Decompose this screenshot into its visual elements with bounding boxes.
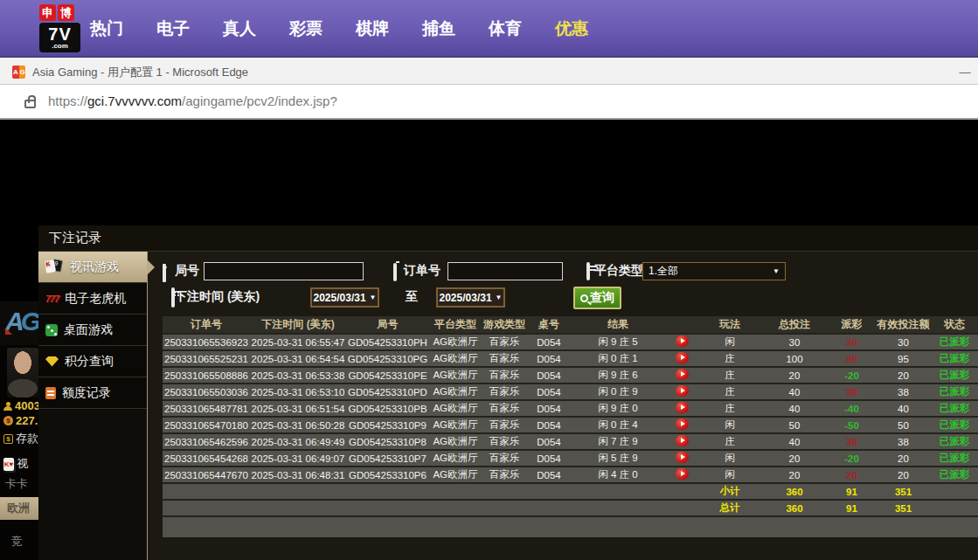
- cell-total-bet: 100: [761, 350, 828, 367]
- platform-type-label: 平台类型: [594, 263, 643, 279]
- cell-total-bet: 20: [761, 467, 828, 483]
- cell-round-no: GD054253310P7: [346, 450, 429, 467]
- platform-type-select[interactable]: 1.全部 ▼: [642, 262, 786, 280]
- sidebar-item-credit-records[interactable]: 额度记录: [38, 377, 147, 409]
- site-logo[interactable]: 申 博 7V .com: [39, 4, 83, 52]
- cell-platform: AG欧洲厅: [429, 367, 482, 384]
- url-host: gci.7vvvvvv.com: [87, 93, 182, 108]
- sidebar-item-table-games[interactable]: 桌面游戏: [38, 315, 147, 346]
- replay-button[interactable]: [676, 468, 689, 480]
- url-path: /agingame/pcv2/index.jsp?: [182, 93, 337, 108]
- cell-order-no: 250331065454268: [163, 450, 250, 467]
- search-icon: [580, 294, 588, 302]
- order-no-input[interactable]: [447, 262, 563, 280]
- cell-replay: [665, 367, 698, 384]
- order-no-label: 订单号: [404, 263, 440, 279]
- sidebar-filler: [38, 409, 147, 560]
- nav-item-hot[interactable]: 热门: [90, 17, 123, 40]
- sidebar-item-video-games[interactable]: 9K 视讯游戏: [38, 252, 147, 283]
- nav-item-slots[interactable]: 电子: [156, 17, 190, 40]
- cell-platform: AG欧洲厅: [429, 334, 482, 350]
- replay-button[interactable]: [676, 385, 689, 397]
- cell-round-no: GD054253310P9: [346, 417, 429, 433]
- date-from-select[interactable]: 2025/03/31 ▼: [310, 287, 379, 308]
- cell-valid-bet: 95: [876, 350, 931, 367]
- nav-item-sports[interactable]: 体育: [489, 17, 522, 40]
- date-to-select[interactable]: 2025/03/31 ▼: [436, 287, 505, 308]
- cell-table-no: D054: [527, 467, 571, 483]
- nav-item-boardgames[interactable]: 棋牌: [356, 17, 389, 40]
- summary-spacer: [163, 483, 698, 500]
- cell-game-type: 百家乐: [482, 433, 527, 450]
- rail-item-europe-active[interactable]: 欧洲: [0, 497, 38, 520]
- query-button-label: 查询: [590, 290, 614, 306]
- sidebar-item-label: 视讯游戏: [70, 259, 119, 275]
- column-header: 结果: [571, 316, 665, 334]
- cell-valid-bet: 20: [876, 367, 931, 384]
- cell-platform: AG欧洲厅: [429, 350, 482, 367]
- cell-game-type: 百家乐: [482, 417, 527, 433]
- cell-table-no: D054: [527, 400, 571, 417]
- summary-payout: 91: [828, 500, 876, 516]
- sidebar-item-label: 电子老虎机: [65, 291, 126, 307]
- lock-icon[interactable]: [24, 100, 36, 108]
- platform-icon: [586, 262, 590, 280]
- nav-item-promo[interactable]: 优惠: [555, 17, 588, 40]
- nav-item-lottery[interactable]: 彩票: [289, 17, 323, 40]
- replay-button[interactable]: [676, 452, 689, 463]
- cell-result: 闲 9 庄 0: [571, 400, 665, 417]
- replay-button[interactable]: [676, 402, 689, 413]
- rail-item-kaka[interactable]: 卡卡: [5, 476, 28, 492]
- cell-replay: [665, 334, 698, 350]
- summary-total-bet: 360: [761, 500, 828, 516]
- cell-bet-time: 2025-03-31 06:55:47: [250, 334, 346, 350]
- tag-icon: [163, 264, 166, 282]
- ledger-icon: [45, 387, 56, 399]
- logo-7v: 7V .com: [39, 23, 80, 52]
- records-header-row: 订单号下注时间 (美东)局号平台类型游戏类型桌号结果玩法总投注派彩有效投注额状态: [163, 316, 978, 334]
- cell-status: 已派彩: [931, 433, 978, 450]
- logo-main-text: 7V: [48, 26, 71, 43]
- logo-badge-shen: 申: [39, 4, 56, 21]
- cell-table-no: D054: [527, 334, 571, 350]
- cell-total-bet: 40: [761, 384, 828, 400]
- nav-item-fishing[interactable]: 捕鱼: [422, 17, 455, 40]
- cell-bet-side: 闲: [698, 467, 761, 483]
- replay-button[interactable]: [676, 418, 689, 430]
- cell-bet-time: 2025-03-31 06:49:07: [250, 450, 346, 467]
- rail-item-jing[interactable]: 竞: [11, 534, 23, 550]
- cell-valid-bet: 20: [876, 450, 931, 467]
- minimize-button[interactable]: —: [954, 63, 975, 80]
- query-button[interactable]: 查询: [573, 287, 621, 309]
- sidebar-item-points-query[interactable]: 积分查询: [38, 346, 147, 377]
- column-header: 下注时间 (美东): [250, 316, 346, 334]
- round-no-input[interactable]: [204, 262, 364, 280]
- rail-deposit[interactable]: $存款: [3, 431, 38, 446]
- cell-bet-time: 2025-03-31 06:54:54: [250, 350, 346, 367]
- cell-round-no: GD054253310PG: [346, 350, 429, 367]
- playing-card-icon: K♥: [3, 458, 14, 471]
- nav-item-live[interactable]: 真人: [223, 17, 256, 40]
- replay-button[interactable]: [676, 352, 689, 363]
- sidebar-item-slot-machines[interactable]: 777 电子老虎机: [38, 283, 147, 315]
- cell-result: 闲 7 庄 9: [571, 433, 665, 450]
- replay-button[interactable]: [676, 335, 689, 347]
- summary-label: 总计: [698, 500, 761, 516]
- rail-balance: $227.: [3, 414, 38, 427]
- summary-total-bet: 360: [761, 483, 828, 500]
- cell-status: 已派彩: [931, 400, 978, 417]
- summary-valid-bet: 351: [876, 483, 931, 500]
- logo-sub-text: .com: [52, 43, 68, 50]
- cell-game-type: 百家乐: [482, 367, 527, 384]
- replay-button[interactable]: [676, 435, 689, 446]
- replay-button[interactable]: [676, 369, 689, 380]
- rail-video-tab[interactable]: K♥视: [3, 456, 28, 472]
- cell-total-bet: 50: [761, 417, 828, 433]
- avatar[interactable]: [7, 348, 38, 398]
- cell-total-bet: 40: [761, 433, 828, 450]
- column-header: 订单号: [163, 316, 250, 334]
- cell-table-no: D054: [527, 417, 571, 433]
- cell-bet-time: 2025-03-31 06:48:31: [250, 467, 346, 483]
- url-text[interactable]: https://gci.7vvvvvv.com/agingame/pcv2/in…: [48, 93, 337, 108]
- cell-round-no: GD054253310PB: [346, 400, 429, 417]
